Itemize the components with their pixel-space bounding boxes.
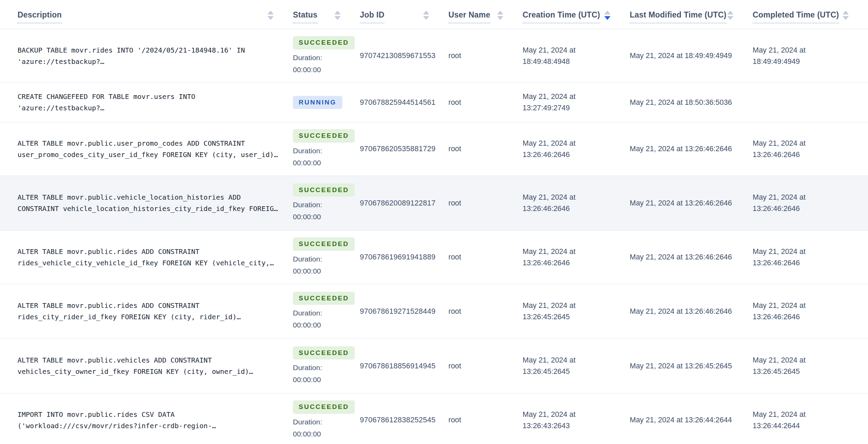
table-row: ALTER TABLE movr.public.vehicle_location…	[0, 176, 868, 231]
table-row: ALTER TABLE movr.public.user_promo_codes…	[0, 122, 868, 176]
sort-icon[interactable]	[334, 11, 341, 20]
table-header-row: Description Status Job ID User Name Crea…	[0, 0, 868, 29]
last-modified-time-cell: May 21, 2024 at 13:26:46:2646	[630, 284, 753, 338]
sort-icon[interactable]	[604, 11, 610, 20]
user-name-cell: root	[448, 284, 523, 338]
job-id-value: 970742130859671553	[360, 50, 436, 62]
duration-text: Duration: 00:00:00	[293, 307, 322, 331]
sort-down-arrow-icon	[423, 16, 429, 20]
sort-up-arrow-icon	[497, 11, 503, 14]
job-description-link[interactable]: IMPORT INTO movr.public.rides CSV DATA (…	[18, 409, 216, 432]
last-modified-time-cell: May 21, 2024 at 13:26:46:2646	[630, 176, 753, 230]
last-modified-time-cell: May 21, 2024 at 13:26:44:2644	[630, 393, 753, 444]
last-modified-time-value: May 21, 2024 at 13:26:46:2646	[630, 306, 732, 317]
completed-time-cell: May 21, 2024 at 13:26:45:2645	[753, 339, 868, 393]
sort-up-arrow-icon	[423, 11, 429, 14]
job-id-cell: 970678620089122817	[360, 176, 448, 230]
duration-text: Duration: 00:00:00	[293, 416, 322, 440]
duration-text: Duration: 00:00:00	[293, 362, 322, 386]
column-header-label[interactable]: Job ID	[360, 10, 384, 23]
job-id-value: 970678619691941889	[360, 252, 436, 263]
sort-down-arrow-icon	[497, 16, 503, 20]
job-description-link[interactable]: ALTER TABLE movr.public.user_promo_codes…	[18, 138, 278, 160]
table-row: CREATE CHANGEFEED FOR TABLE movr.users I…	[0, 83, 868, 122]
column-header-label[interactable]: Status	[293, 10, 318, 23]
column-header-label[interactable]: Description	[18, 10, 62, 23]
column-header-label[interactable]: Completed Time (UTC)	[753, 10, 839, 23]
column-header-description[interactable]: Description	[0, 0, 293, 29]
creation-time-value: May 21, 2024 at 13:27:49:2749	[523, 91, 575, 114]
status-badge: RUNNING	[293, 96, 342, 109]
job-description-link[interactable]: ALTER TABLE movr.public.rides ADD CONSTR…	[18, 246, 274, 269]
user-name-cell: root	[448, 122, 523, 176]
sort-icon[interactable]	[423, 11, 429, 20]
column-header-user-name[interactable]: User Name	[448, 0, 523, 29]
job-id-value: 970678619271528449	[360, 306, 436, 317]
table-row: ALTER TABLE movr.public.rides ADD CONSTR…	[0, 231, 868, 284]
column-header-label[interactable]: User Name	[448, 10, 490, 23]
job-description-link[interactable]: ALTER TABLE movr.public.rides ADD CONSTR…	[18, 300, 241, 323]
last-modified-time-value: May 21, 2024 at 18:49:49:4949	[630, 50, 732, 62]
user-name-cell: root	[448, 393, 523, 444]
last-modified-time-value: May 21, 2024 at 13:26:46:2646	[630, 252, 732, 263]
column-header-label[interactable]: Creation Time (UTC)	[523, 10, 600, 23]
user-name-cell: root	[448, 29, 523, 82]
status-badge: SUCCEEDED	[293, 184, 355, 197]
creation-time-cell: May 21, 2024 at 13:26:43:2643	[523, 393, 630, 444]
job-id-cell: 970678618856914945	[360, 339, 448, 393]
creation-time-cell: May 21, 2024 at 13:26:45:2645	[523, 284, 630, 338]
last-modified-time-value: May 21, 2024 at 13:26:45:2645	[630, 360, 732, 372]
column-header-status[interactable]: Status	[293, 0, 360, 29]
status-badge: SUCCEEDED	[293, 36, 355, 49]
status-cell: SUCCEEDED Duration: 00:00:00	[293, 122, 360, 176]
user-name-value: root	[448, 360, 461, 372]
table-row: BACKUP TABLE movr.rides INTO '/2024/05/2…	[0, 29, 868, 83]
column-header-creation-time[interactable]: Creation Time (UTC)	[523, 0, 630, 29]
description-cell: BACKUP TABLE movr.rides INTO '/2024/05/2…	[0, 29, 293, 82]
description-cell: CREATE CHANGEFEED FOR TABLE movr.users I…	[0, 83, 293, 122]
completed-time-cell: May 21, 2024 at 13:26:46:2646	[753, 176, 868, 230]
column-header-job-id[interactable]: Job ID	[360, 0, 448, 29]
jobs-table: Description Status Job ID User Name Crea…	[0, 0, 868, 444]
sort-icon[interactable]	[267, 11, 274, 20]
sort-icon[interactable]	[497, 11, 503, 20]
job-id-cell: 970678612838252545	[360, 393, 448, 444]
column-header-label[interactable]: Last Modified Time (UTC)	[630, 10, 727, 23]
user-name-cell: root	[448, 83, 523, 122]
description-cell: ALTER TABLE movr.public.user_promo_codes…	[0, 122, 293, 176]
job-id-value: 970678612838252545	[360, 414, 436, 426]
job-description-link[interactable]: ALTER TABLE movr.public.vehicles ADD CON…	[18, 355, 253, 377]
creation-time-cell: May 21, 2024 at 18:49:48:4948	[523, 29, 630, 82]
user-name-value: root	[448, 97, 461, 108]
job-description-link[interactable]: BACKUP TABLE movr.rides INTO '/2024/05/2…	[18, 45, 245, 67]
status-badge: SUCCEEDED	[293, 346, 355, 360]
user-name-value: root	[448, 143, 461, 155]
completed-time-cell: May 21, 2024 at 13:26:46:2646	[753, 231, 868, 284]
sort-down-arrow-icon	[727, 16, 733, 20]
job-id-value: 970678620535881729	[360, 143, 436, 155]
job-description-link[interactable]: ALTER TABLE movr.public.vehicle_location…	[18, 192, 278, 214]
job-id-value: 970678620089122817	[360, 198, 436, 209]
completed-time-value: May 21, 2024 at 13:26:44:2644	[753, 409, 806, 432]
creation-time-value: May 21, 2024 at 13:26:45:2645	[523, 355, 575, 377]
status-cell: SUCCEEDED Duration: 00:00:00	[293, 393, 360, 444]
sort-icon[interactable]	[843, 11, 849, 20]
job-id-value: 970678618856914945	[360, 360, 436, 372]
completed-time-value: May 21, 2024 at 13:26:46:2646	[753, 192, 806, 214]
description-cell: IMPORT INTO movr.public.rides CSV DATA (…	[0, 393, 293, 444]
job-description-link[interactable]: CREATE CHANGEFEED FOR TABLE movr.users I…	[18, 91, 195, 114]
status-cell: SUCCEEDED Duration: 00:00:00	[293, 176, 360, 230]
creation-time-value: May 21, 2024 at 13:26:46:2646	[523, 138, 575, 160]
sort-down-arrow-icon	[334, 16, 341, 20]
job-id-cell: 970678619691941889	[360, 231, 448, 284]
table-row: IMPORT INTO movr.public.rides CSV DATA (…	[0, 393, 868, 444]
status-cell: RUNNING	[293, 83, 360, 122]
creation-time-cell: May 21, 2024 at 13:26:46:2646	[523, 176, 630, 230]
column-header-last-modified-time[interactable]: Last Modified Time (UTC)	[630, 0, 753, 29]
table-row: ALTER TABLE movr.public.vehicles ADD CON…	[0, 339, 868, 393]
completed-time-value: May 21, 2024 at 13:26:46:2646	[753, 246, 806, 269]
column-header-completed-time[interactable]: Completed Time (UTC)	[753, 0, 868, 29]
sort-icon[interactable]	[727, 11, 733, 20]
last-modified-time-cell: May 21, 2024 at 18:49:49:4949	[630, 29, 753, 82]
user-name-value: root	[448, 252, 461, 263]
